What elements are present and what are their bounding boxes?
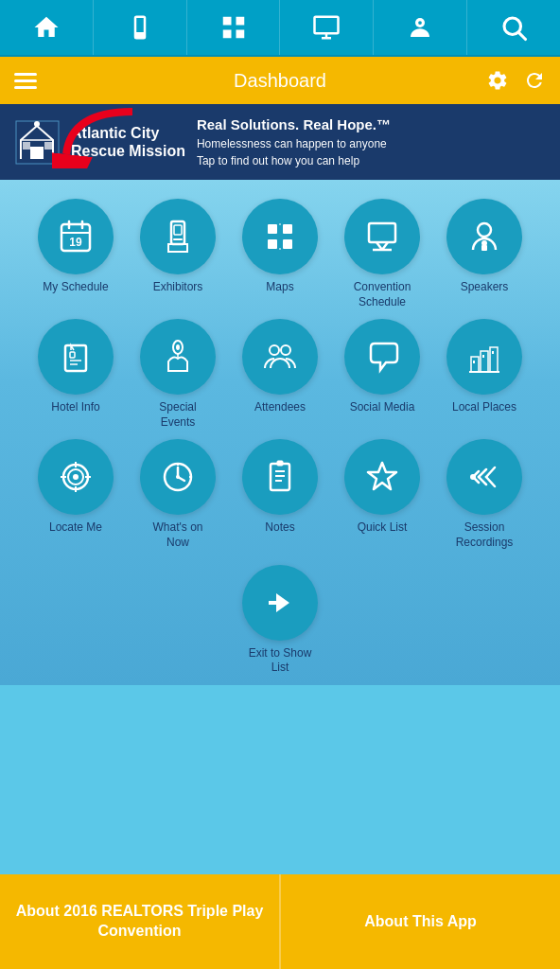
about-app-label: About This App (364, 912, 477, 932)
maps-label: Maps (266, 280, 293, 295)
nav-grid[interactable] (187, 0, 281, 55)
exit-to-show-list-button[interactable]: Exit to ShowList (233, 565, 327, 676)
whats-on-now-label: What's onNow (153, 520, 203, 550)
svg-point-51 (270, 345, 279, 355)
whats-on-now-button[interactable]: What's onNow (131, 439, 225, 550)
top-nav-bar (0, 0, 560, 57)
nav-phone[interactable] (94, 0, 187, 55)
session-recordings-label: SessionRecordings (456, 520, 514, 550)
svg-text:19: 19 (69, 236, 82, 249)
notes-button[interactable]: Notes (233, 439, 327, 550)
svg-point-2 (138, 33, 141, 36)
header-bar: Dashboard (0, 57, 560, 104)
speakers-button[interactable]: Speakers (437, 199, 532, 309)
svg-rect-3 (222, 17, 231, 26)
nav-person[interactable] (374, 0, 467, 55)
local-places-button[interactable]: Local Places (437, 319, 532, 430)
nav-presentation[interactable] (280, 0, 374, 55)
quick-list-button[interactable]: Quick List (335, 439, 429, 550)
svg-rect-36 (369, 223, 395, 242)
social-media-button[interactable]: Social Media (335, 319, 429, 430)
refresh-button[interactable] (523, 69, 546, 92)
svg-point-79 (470, 474, 476, 480)
my-schedule-label: My Schedule (43, 280, 108, 295)
svg-rect-21 (44, 142, 52, 150)
svg-rect-31 (283, 224, 292, 234)
svg-rect-55 (490, 347, 498, 372)
attendees-label: Attendees (254, 400, 306, 415)
locate-me-label: Locate Me (49, 520, 102, 536)
footer: About 2016 REALTORS Triple Play Conventi… (0, 874, 560, 969)
settings-button[interactable] (486, 69, 509, 92)
svg-rect-53 (471, 357, 479, 372)
main-content: 19 My Schedule Exhibitors (0, 180, 560, 685)
svg-rect-32 (268, 239, 277, 249)
svg-rect-20 (23, 142, 30, 150)
svg-rect-58 (482, 355, 484, 358)
svg-point-49 (176, 344, 180, 350)
svg-rect-57 (473, 361, 475, 363)
svg-rect-42 (481, 245, 487, 251)
maps-button[interactable]: Maps (233, 199, 327, 309)
svg-rect-17 (30, 147, 44, 159)
my-schedule-button[interactable]: 19 My Schedule (28, 199, 123, 309)
about-convention-label: About 2016 REALTORS Triple Play Conventi… (9, 902, 270, 942)
icon-row-1: 19 My Schedule Exhibitors (9, 199, 551, 309)
svg-rect-59 (492, 351, 494, 354)
about-convention-button[interactable]: About 2016 REALTORS Triple Play Conventi… (0, 874, 281, 969)
svg-rect-45 (70, 352, 75, 358)
nav-home[interactable] (0, 0, 94, 55)
svg-point-18 (34, 121, 40, 127)
menu-button[interactable] (14, 73, 37, 89)
exhibitors-button[interactable]: Exhibitors (131, 199, 225, 309)
header-title: Dashboard (234, 70, 326, 92)
hotel-info-label: Hotel Info (51, 400, 99, 415)
nav-search[interactable] (467, 0, 560, 55)
banner-tagline: Real Solutions. Real Hope.™ Homelessness… (197, 115, 391, 170)
notes-label: Notes (265, 520, 294, 536)
svg-point-40 (478, 223, 491, 237)
svg-rect-30 (268, 224, 277, 234)
banner-logo: Atlantic CityRescue Mission (11, 116, 185, 168)
svg-rect-54 (481, 351, 488, 372)
svg-marker-78 (368, 463, 396, 489)
svg-line-13 (519, 33, 526, 40)
social-media-label: Social Media (350, 400, 415, 415)
local-places-label: Local Places (452, 400, 516, 415)
exhibitors-label: Exhibitors (153, 280, 203, 295)
svg-rect-43 (65, 345, 86, 371)
svg-rect-5 (222, 30, 231, 39)
exit-to-show-list-label: Exit to ShowList (249, 646, 312, 676)
svg-rect-4 (236, 17, 244, 26)
svg-rect-29 (173, 238, 183, 240)
svg-rect-33 (283, 239, 292, 249)
sponsor-banner[interactable]: Atlantic CityRescue Mission Real Solutio… (0, 104, 560, 180)
icon-row-3: Locate Me What's onNow (9, 439, 551, 550)
svg-point-70 (176, 475, 180, 479)
convention-schedule-label: ConventionSchedule (354, 280, 411, 309)
svg-point-62 (73, 474, 79, 480)
locate-me-button[interactable]: Locate Me (28, 439, 123, 550)
about-app-button[interactable]: About This App (281, 874, 560, 969)
banner-logo-text: Atlantic CityRescue Mission (71, 124, 185, 160)
icon-row-4: Exit to ShowList (233, 565, 327, 676)
special-events-button[interactable]: SpecialEvents (131, 319, 225, 430)
attendees-button[interactable]: Attendees (233, 319, 327, 430)
svg-rect-28 (174, 225, 182, 235)
svg-point-52 (281, 345, 290, 355)
quick-list-label: Quick List (358, 520, 408, 536)
svg-rect-1 (136, 18, 144, 32)
svg-rect-6 (236, 30, 244, 39)
speakers-label: Speakers (461, 280, 509, 295)
convention-schedule-button[interactable]: ConventionSchedule (335, 199, 429, 309)
hotel-info-button[interactable]: Hotel Info (28, 319, 123, 430)
svg-point-11 (418, 21, 422, 25)
session-recordings-button[interactable]: SessionRecordings (437, 439, 532, 550)
icon-row-2: Hotel Info SpecialEvents (9, 319, 551, 430)
svg-rect-77 (277, 461, 283, 466)
svg-rect-7 (315, 17, 339, 34)
special-events-label: SpecialEvents (159, 400, 196, 430)
